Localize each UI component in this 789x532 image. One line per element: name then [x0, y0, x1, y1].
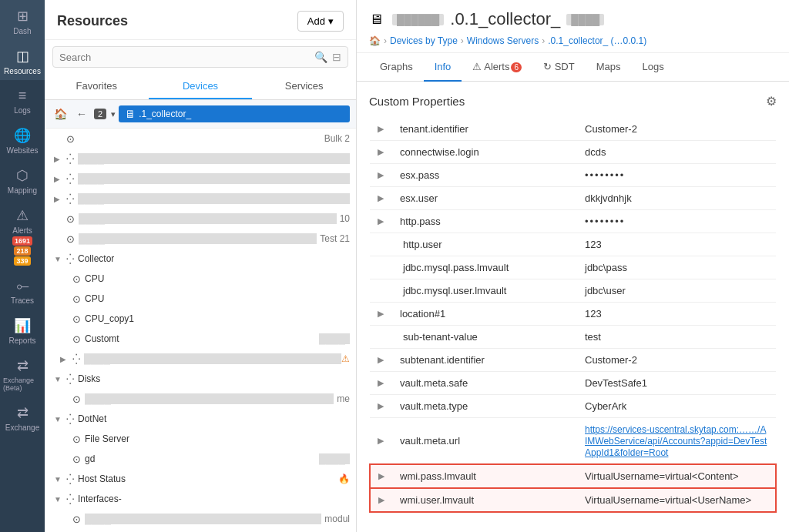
resources-header: Resources Add ▾ — [45, 0, 356, 40]
tree-item-modul[interactable]: ⊙ ████ modul — [45, 509, 356, 529]
breadcrumb-link-devices-by-type[interactable]: Devices by Type — [390, 35, 458, 46]
tree-item-hoststatus[interactable]: ▼ ⁛ Host Status 🔥 — [45, 469, 356, 489]
property-value[interactable]: https://services-uscentral.skytap.com:……… — [577, 418, 776, 465]
tree-item-test[interactable]: ⊙ ████ test — [45, 529, 356, 532]
resource-tree: ⊙ Bulk 2 ▶ ⁛ ████ ▶ ⁛ ████ ▶ ⁛ ████ ⊙ ██… — [45, 129, 356, 532]
tree-item-bulk2[interactable]: ⊙ Bulk 2 — [45, 129, 356, 149]
property-value: 123 — [577, 303, 776, 326]
folder-icon: ⁛ — [66, 373, 74, 385]
tree-item-cpu2[interactable]: ⊙ CPU — [45, 289, 356, 309]
breadcrumb-link-current-device[interactable]: .0.1_collector_ (…0.0.1) — [548, 35, 646, 46]
tree-item-me[interactable]: ⊙ ████ me — [45, 389, 356, 409]
row-expander[interactable]: ▶ — [370, 118, 392, 141]
property-key: esx.user — [392, 187, 577, 210]
property-key: esx.pass — [392, 164, 577, 187]
row-expander[interactable]: ▶ — [370, 210, 392, 233]
tree-item-cpu-copy1[interactable]: ⊙ CPU_copy1 — [45, 309, 356, 329]
property-key: vault.meta.url — [392, 418, 577, 465]
traces-icon: ⟜ — [16, 278, 29, 294]
tree-item-3[interactable]: ▶ ⁛ ████ — [45, 169, 356, 189]
tab-info[interactable]: Info — [424, 53, 462, 82]
tree-item-dotnet[interactable]: ▼ ⁛ DotNet — [45, 409, 356, 429]
home-button[interactable]: 🏠 — [51, 105, 69, 123]
tree-item-disks[interactable]: ▼ ⁛ Disks — [45, 369, 356, 389]
tree-item-gd[interactable]: ⊙ gd ████ — [45, 449, 356, 469]
sidebar-item-exchange-beta[interactable]: ⇄ Exchange (Beta) — [0, 350, 45, 396]
gear-icon[interactable]: ⚙ — [766, 94, 777, 109]
tab-logs[interactable]: Logs — [631, 53, 674, 82]
tab-maps[interactable]: Maps — [586, 53, 632, 82]
tree-item-cpu1[interactable]: ⊙ CPU — [45, 269, 356, 289]
back-button[interactable]: ← — [72, 105, 91, 123]
tree-item-interfaces[interactable]: ▼ ⁛ Interfaces- — [45, 489, 356, 509]
mapping-icon: ⬡ — [16, 167, 29, 184]
row-expander[interactable]: ▶ — [370, 141, 392, 164]
nav-count-badge[interactable]: 2 — [94, 109, 106, 119]
property-value: dcds — [577, 141, 776, 164]
expander-icon: ▼ — [54, 415, 66, 423]
tree-item-warn[interactable]: ▶ ⁛ ████ ⚠ — [45, 349, 356, 369]
property-value: 123 — [577, 233, 776, 256]
property-value: VirtualUsername=virtual<Content> — [577, 464, 776, 488]
property-value: test — [577, 326, 776, 349]
grid-icon: ⁛ — [66, 153, 74, 165]
server-icon: ⊙ — [72, 393, 81, 405]
exchange-icon: ⇄ — [17, 404, 29, 421]
sidebar-item-resources[interactable]: ◫ Resources — [0, 40, 45, 80]
warning-icon: ⚠ — [341, 353, 350, 364]
websites-icon: 🌐 — [14, 127, 31, 144]
tree-item-customt[interactable]: ⊙ Customt ████ — [45, 329, 356, 349]
sidebar-item-exchange[interactable]: ⇄ Exchange — [0, 396, 45, 437]
row-expander[interactable]: ▶ — [370, 164, 392, 187]
server-icon: ⊙ — [66, 213, 75, 225]
tree-item-10[interactable]: ⊙ ████ 10 — [45, 209, 356, 229]
sidebar-item-alerts[interactable]: ⚠ Alerts 1691 218 339 — [0, 199, 45, 270]
expander-icon: ▼ — [54, 475, 66, 483]
sidebar-item-websites[interactable]: 🌐 Websites — [0, 119, 45, 159]
tab-graphs[interactable]: Graphs — [369, 53, 424, 82]
row-expander[interactable]: ▶ — [370, 303, 392, 326]
tab-devices[interactable]: Devices — [149, 74, 253, 99]
sidebar-item-mapping[interactable]: ⬡ Mapping — [0, 159, 45, 199]
search-input[interactable] — [59, 52, 314, 63]
property-value: jdbc\pass — [577, 256, 776, 279]
tab-alerts[interactable]: ⚠ Alerts6 — [462, 53, 532, 82]
tab-sdt[interactable]: ↻ SDT — [532, 53, 586, 82]
tree-item-collector[interactable]: ▼ ⁛ Collector — [45, 249, 356, 269]
row-expander[interactable]: ▶ — [370, 349, 392, 372]
tree-item-2[interactable]: ▶ ⁛ ████ — [45, 149, 356, 169]
server-icon: 🖥 — [125, 108, 136, 120]
add-button[interactable]: Add ▾ — [297, 11, 344, 32]
property-key: jdbc.mysql.pass.lmvault — [392, 256, 577, 279]
tab-favorites[interactable]: Favorites — [45, 74, 149, 99]
folder-icon: ⁛ — [66, 253, 74, 265]
breadcrumb-link-windows-servers[interactable]: Windows Servers — [467, 35, 539, 46]
alerts-icon: ⚠ — [16, 207, 29, 224]
row-expander[interactable]: ▶ — [370, 464, 392, 488]
filter-icon[interactable]: ⊟ — [332, 51, 341, 63]
dash-icon: ⊞ — [17, 8, 29, 25]
tree-item-4[interactable]: ▶ ⁛ ████ — [45, 189, 356, 209]
tree-item-test21[interactable]: ⊙ ████ Test 21 — [45, 229, 356, 249]
expander-icon: ▼ — [54, 375, 66, 383]
selected-device-item[interactable]: 🖥 .1_collector_ — [119, 105, 350, 122]
table-row: ▶vault.meta.safeDevTestSafe1 — [370, 372, 776, 395]
tab-services[interactable]: Services — [252, 74, 356, 99]
sidebar-item-logs[interactable]: ≡ Logs — [0, 80, 45, 119]
sidebar-item-dash[interactable]: ⊞ Dash — [0, 0, 45, 40]
tree-item-fileserver[interactable]: ⊙ File Server — [45, 429, 356, 449]
device-header: 🖥 ██████ .0.1_collector_ ████ 🏠 › Device… — [357, 0, 789, 53]
server-icon: ⊙ — [72, 293, 81, 305]
row-expander — [370, 233, 392, 256]
property-value: CyberArk — [577, 395, 776, 418]
row-expander — [370, 326, 392, 349]
sidebar-item-reports[interactable]: 📊 Reports — [0, 309, 45, 350]
row-expander[interactable]: ▶ — [370, 187, 392, 210]
row-expander — [370, 256, 392, 279]
row-expander[interactable]: ▶ — [370, 418, 392, 465]
sidebar-item-traces[interactable]: ⟜ Traces — [0, 270, 45, 309]
row-expander[interactable]: ▶ — [370, 488, 392, 512]
sidebar: ⊞ Dash ◫ Resources ≡ Logs 🌐 Websites ⬡ M… — [0, 0, 45, 532]
row-expander[interactable]: ▶ — [370, 395, 392, 418]
row-expander[interactable]: ▶ — [370, 372, 392, 395]
